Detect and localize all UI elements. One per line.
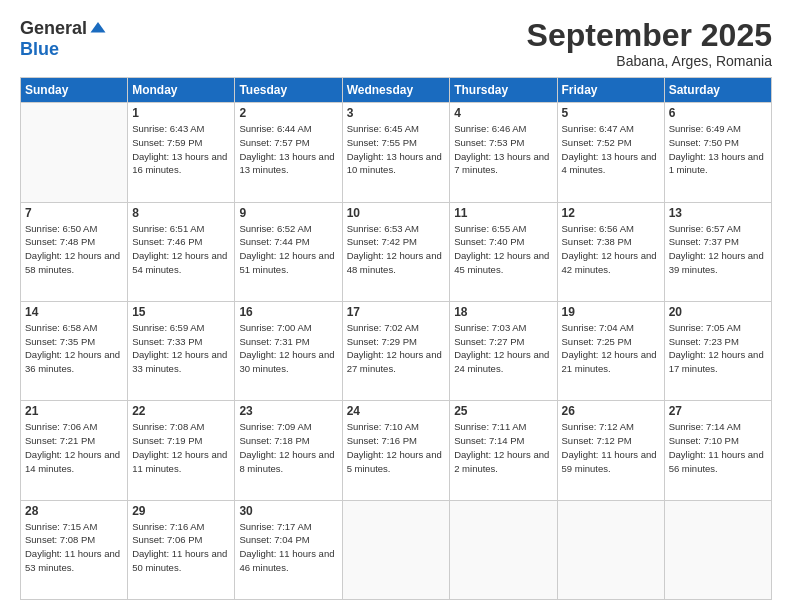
logo-icon	[89, 19, 107, 37]
table-row: 1 Sunrise: 6:43 AM Sunset: 7:59 PM Dayli…	[128, 103, 235, 202]
table-row	[342, 500, 450, 599]
col-tuesday: Tuesday	[235, 78, 342, 103]
day-number: 25	[454, 404, 552, 418]
day-number: 21	[25, 404, 123, 418]
table-row: 19 Sunrise: 7:04 AM Sunset: 7:25 PM Dayl…	[557, 301, 664, 400]
table-row	[557, 500, 664, 599]
sunset-text: Sunset: 7:29 PM	[347, 336, 417, 347]
table-row: 10 Sunrise: 6:53 AM Sunset: 7:42 PM Dayl…	[342, 202, 450, 301]
sunrise-text: Sunrise: 6:53 AM	[347, 223, 419, 234]
sunset-text: Sunset: 7:35 PM	[25, 336, 95, 347]
sunrise-text: Sunrise: 7:08 AM	[132, 421, 204, 432]
sunrise-text: Sunrise: 6:58 AM	[25, 322, 97, 333]
table-row: 3 Sunrise: 6:45 AM Sunset: 7:55 PM Dayli…	[342, 103, 450, 202]
table-row: 4 Sunrise: 6:46 AM Sunset: 7:53 PM Dayli…	[450, 103, 557, 202]
logo: General Blue	[20, 18, 107, 60]
daylight-text: Daylight: 12 hours and 8 minutes.	[239, 449, 334, 474]
logo-general: General	[20, 18, 87, 39]
day-number: 14	[25, 305, 123, 319]
sunset-text: Sunset: 7:10 PM	[669, 435, 739, 446]
day-number: 12	[562, 206, 660, 220]
cell-info: Sunrise: 6:59 AM Sunset: 7:33 PM Dayligh…	[132, 321, 230, 376]
table-row: 5 Sunrise: 6:47 AM Sunset: 7:52 PM Dayli…	[557, 103, 664, 202]
sunset-text: Sunset: 7:16 PM	[347, 435, 417, 446]
sunset-text: Sunset: 7:55 PM	[347, 137, 417, 148]
table-row: 15 Sunrise: 6:59 AM Sunset: 7:33 PM Dayl…	[128, 301, 235, 400]
month-title: September 2025	[527, 18, 772, 53]
sunset-text: Sunset: 7:12 PM	[562, 435, 632, 446]
table-row: 23 Sunrise: 7:09 AM Sunset: 7:18 PM Dayl…	[235, 401, 342, 500]
sunrise-text: Sunrise: 6:43 AM	[132, 123, 204, 134]
daylight-text: Daylight: 12 hours and 24 minutes.	[454, 349, 549, 374]
cell-info: Sunrise: 7:09 AM Sunset: 7:18 PM Dayligh…	[239, 420, 337, 475]
sunset-text: Sunset: 7:57 PM	[239, 137, 309, 148]
sunrise-text: Sunrise: 7:02 AM	[347, 322, 419, 333]
table-row	[21, 103, 128, 202]
daylight-text: Daylight: 13 hours and 7 minutes.	[454, 151, 549, 176]
day-number: 15	[132, 305, 230, 319]
day-number: 28	[25, 504, 123, 518]
calendar-week-row: 28 Sunrise: 7:15 AM Sunset: 7:08 PM Dayl…	[21, 500, 772, 599]
daylight-text: Daylight: 12 hours and 33 minutes.	[132, 349, 227, 374]
cell-info: Sunrise: 6:51 AM Sunset: 7:46 PM Dayligh…	[132, 222, 230, 277]
day-number: 29	[132, 504, 230, 518]
daylight-text: Daylight: 13 hours and 1 minute.	[669, 151, 764, 176]
day-number: 8	[132, 206, 230, 220]
cell-info: Sunrise: 7:04 AM Sunset: 7:25 PM Dayligh…	[562, 321, 660, 376]
cell-info: Sunrise: 7:12 AM Sunset: 7:12 PM Dayligh…	[562, 420, 660, 475]
sunrise-text: Sunrise: 6:49 AM	[669, 123, 741, 134]
table-row: 25 Sunrise: 7:11 AM Sunset: 7:14 PM Dayl…	[450, 401, 557, 500]
day-number: 26	[562, 404, 660, 418]
day-number: 5	[562, 106, 660, 120]
header: General Blue September 2025 Babana, Arge…	[20, 18, 772, 69]
logo-text-block: General Blue	[20, 18, 107, 60]
cell-info: Sunrise: 7:11 AM Sunset: 7:14 PM Dayligh…	[454, 420, 552, 475]
daylight-text: Daylight: 12 hours and 42 minutes.	[562, 250, 657, 275]
day-number: 2	[239, 106, 337, 120]
calendar-week-row: 1 Sunrise: 6:43 AM Sunset: 7:59 PM Dayli…	[21, 103, 772, 202]
day-number: 9	[239, 206, 337, 220]
day-number: 18	[454, 305, 552, 319]
sunset-text: Sunset: 7:42 PM	[347, 236, 417, 247]
cell-info: Sunrise: 6:45 AM Sunset: 7:55 PM Dayligh…	[347, 122, 446, 177]
sunset-text: Sunset: 7:08 PM	[25, 534, 95, 545]
sunrise-text: Sunrise: 7:09 AM	[239, 421, 311, 432]
sunrise-text: Sunrise: 7:04 AM	[562, 322, 634, 333]
table-row: 24 Sunrise: 7:10 AM Sunset: 7:16 PM Dayl…	[342, 401, 450, 500]
cell-info: Sunrise: 6:53 AM Sunset: 7:42 PM Dayligh…	[347, 222, 446, 277]
col-sunday: Sunday	[21, 78, 128, 103]
location-subtitle: Babana, Arges, Romania	[527, 53, 772, 69]
sunrise-text: Sunrise: 7:03 AM	[454, 322, 526, 333]
day-number: 1	[132, 106, 230, 120]
sunset-text: Sunset: 7:27 PM	[454, 336, 524, 347]
cell-info: Sunrise: 7:10 AM Sunset: 7:16 PM Dayligh…	[347, 420, 446, 475]
table-row: 11 Sunrise: 6:55 AM Sunset: 7:40 PM Dayl…	[450, 202, 557, 301]
sunset-text: Sunset: 7:06 PM	[132, 534, 202, 545]
day-number: 23	[239, 404, 337, 418]
sunrise-text: Sunrise: 7:05 AM	[669, 322, 741, 333]
logo-blue: Blue	[20, 39, 59, 59]
sunset-text: Sunset: 7:25 PM	[562, 336, 632, 347]
sunset-text: Sunset: 7:44 PM	[239, 236, 309, 247]
table-row: 22 Sunrise: 7:08 AM Sunset: 7:19 PM Dayl…	[128, 401, 235, 500]
table-row: 12 Sunrise: 6:56 AM Sunset: 7:38 PM Dayl…	[557, 202, 664, 301]
day-number: 22	[132, 404, 230, 418]
sunset-text: Sunset: 7:50 PM	[669, 137, 739, 148]
calendar-header-row: Sunday Monday Tuesday Wednesday Thursday…	[21, 78, 772, 103]
sunrise-text: Sunrise: 6:46 AM	[454, 123, 526, 134]
calendar-table: Sunday Monday Tuesday Wednesday Thursday…	[20, 77, 772, 600]
sunset-text: Sunset: 7:52 PM	[562, 137, 632, 148]
sunrise-text: Sunrise: 6:51 AM	[132, 223, 204, 234]
sunrise-text: Sunrise: 7:00 AM	[239, 322, 311, 333]
sunrise-text: Sunrise: 6:50 AM	[25, 223, 97, 234]
cell-info: Sunrise: 6:46 AM Sunset: 7:53 PM Dayligh…	[454, 122, 552, 177]
table-row: 2 Sunrise: 6:44 AM Sunset: 7:57 PM Dayli…	[235, 103, 342, 202]
table-row: 18 Sunrise: 7:03 AM Sunset: 7:27 PM Dayl…	[450, 301, 557, 400]
daylight-text: Daylight: 12 hours and 45 minutes.	[454, 250, 549, 275]
cell-info: Sunrise: 6:49 AM Sunset: 7:50 PM Dayligh…	[669, 122, 767, 177]
daylight-text: Daylight: 11 hours and 53 minutes.	[25, 548, 120, 573]
cell-info: Sunrise: 7:05 AM Sunset: 7:23 PM Dayligh…	[669, 321, 767, 376]
sunset-text: Sunset: 7:53 PM	[454, 137, 524, 148]
daylight-text: Daylight: 13 hours and 16 minutes.	[132, 151, 227, 176]
daylight-text: Daylight: 13 hours and 10 minutes.	[347, 151, 442, 176]
